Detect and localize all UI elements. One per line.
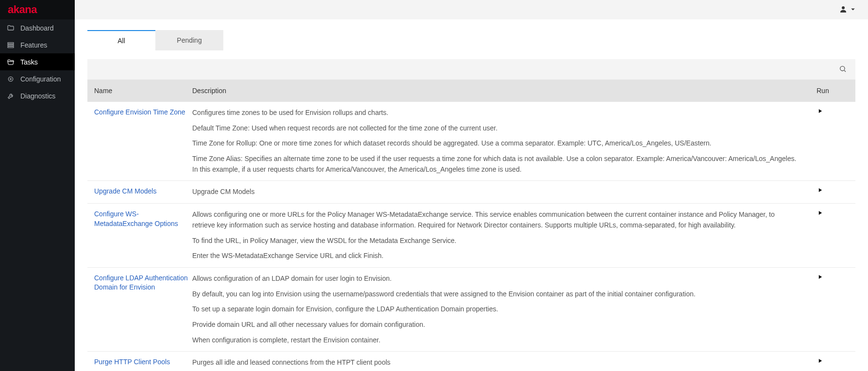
- table-row: Purge HTTP Client PoolsPurges all idle a…: [87, 352, 855, 371]
- task-link[interactable]: Configure LDAP Authentication Domain for…: [94, 274, 188, 291]
- sidebar: akana Dashboard Features Tasks Configura: [0, 0, 75, 371]
- svg-rect-1: [8, 44, 14, 46]
- task-link[interactable]: Configure WS-MetadataExchange Options: [94, 210, 178, 227]
- search-icon[interactable]: [839, 65, 847, 74]
- tab-label: Pending: [177, 36, 201, 44]
- task-description-text: Time Zone Alias: Specifies an alternate …: [192, 154, 797, 175]
- task-description-text: By default, you can log into Envision us…: [192, 289, 797, 300]
- list-icon: [7, 41, 15, 49]
- task-description-cell: Purges all idle and leased connections f…: [192, 357, 817, 368]
- column-header-name: Name: [94, 87, 192, 95]
- task-description-text: Allows configuring one or more URLs for …: [192, 210, 797, 230]
- task-run-cell: [817, 187, 846, 197]
- task-description-text: Allows configuration of an LDAP domain f…: [192, 274, 797, 284]
- svg-point-5: [842, 6, 845, 9]
- play-icon: [817, 274, 823, 282]
- task-run-cell: [817, 210, 846, 261]
- task-description-cell: Allows configuration of an LDAP domain f…: [192, 274, 817, 345]
- chevron-down-icon: [849, 5, 857, 15]
- sidebar-item-diagnostics[interactable]: Diagnostics: [0, 87, 75, 104]
- play-icon: [817, 210, 823, 218]
- play-icon: [817, 187, 823, 195]
- task-description-cell: Configures time zones to be used for Env…: [192, 108, 817, 175]
- sidebar-item-label: Diagnostics: [20, 92, 55, 100]
- task-description-text: Provide domain URL and all other necessa…: [192, 320, 797, 330]
- task-link[interactable]: Purge HTTP Client Pools: [94, 358, 170, 366]
- task-description-text: Default Time Zone: Used when request rec…: [192, 123, 797, 134]
- task-run-cell: [817, 357, 846, 368]
- run-button[interactable]: [817, 108, 823, 116]
- column-header-description: Description: [192, 87, 817, 95]
- table-row: Configure Envision Time ZoneConfigures t…: [87, 102, 855, 181]
- table-row: Upgrade CM ModelsUpgrade CM Models: [87, 181, 855, 204]
- task-name-cell: Purge HTTP Client Pools: [94, 357, 192, 368]
- sidebar-item-tasks[interactable]: Tasks: [0, 53, 75, 70]
- play-icon: [817, 357, 823, 366]
- task-description-text: Purges all idle and leased connections f…: [192, 357, 797, 368]
- task-name-cell: Configure LDAP Authentication Domain for…: [94, 274, 192, 345]
- user-icon: [839, 5, 848, 15]
- table-row: Configure LDAP Authentication Domain for…: [87, 268, 855, 352]
- tabs: All Pending: [87, 30, 855, 50]
- task-description-text: Time Zone for Rollup: One or more time z…: [192, 138, 797, 149]
- sidebar-item-features[interactable]: Features: [0, 36, 75, 53]
- run-button[interactable]: [817, 357, 823, 366]
- task-description-text: Upgrade CM Models: [192, 187, 797, 197]
- table-header-row: Name Description Run: [87, 80, 855, 102]
- folder-icon: [7, 24, 15, 32]
- sidebar-item-configuration[interactable]: Configuration: [0, 70, 75, 87]
- content: All Pending Name Description Run Conf: [75, 19, 868, 371]
- task-description-cell: Allows configuring one or more URLs for …: [192, 210, 817, 261]
- logo: akana: [0, 0, 75, 19]
- gear-icon: [7, 75, 15, 83]
- svg-point-3: [8, 77, 13, 81]
- task-name-cell: Configure WS-MetadataExchange Options: [94, 210, 192, 261]
- column-header-run: Run: [817, 87, 846, 95]
- task-description-cell: Upgrade CM Models: [192, 187, 817, 197]
- run-button[interactable]: [817, 274, 823, 282]
- tasks-table: Name Description Run Configure Envision …: [87, 59, 855, 371]
- user-menu-button[interactable]: [839, 5, 857, 15]
- table-toolbar: [87, 59, 855, 80]
- svg-rect-0: [8, 42, 14, 44]
- svg-line-7: [844, 70, 846, 72]
- task-name-cell: Upgrade CM Models: [94, 187, 192, 197]
- run-button[interactable]: [817, 187, 823, 195]
- sidebar-item-label: Tasks: [20, 58, 38, 66]
- sidebar-item-label: Dashboard: [20, 24, 54, 32]
- task-description-text: Enter the WS-MetadataExchange Service UR…: [192, 251, 797, 261]
- tab-label: All: [117, 37, 125, 45]
- brand-text: akana: [8, 3, 37, 16]
- topbar: [75, 0, 868, 19]
- svg-point-6: [840, 66, 845, 70]
- play-icon: [817, 108, 823, 116]
- task-name-cell: Configure Envision Time Zone: [94, 108, 192, 175]
- tab-pending[interactable]: Pending: [155, 30, 223, 50]
- svg-rect-2: [8, 46, 14, 48]
- table-body[interactable]: Configure Envision Time ZoneConfigures t…: [87, 102, 855, 371]
- table-row: Configure WS-MetadataExchange OptionsAll…: [87, 204, 855, 268]
- run-button[interactable]: [817, 210, 823, 218]
- task-description-text: To find the URL, in Policy Manager, view…: [192, 236, 797, 246]
- task-description-text: Configures time zones to be used for Env…: [192, 108, 797, 118]
- task-link[interactable]: Configure Envision Time Zone: [94, 108, 185, 116]
- main-area: All Pending Name Description Run Conf: [75, 0, 868, 371]
- task-description-text: To set up a separate login domain for En…: [192, 304, 797, 315]
- folder-open-icon: [7, 58, 15, 66]
- tab-all[interactable]: All: [87, 30, 155, 50]
- svg-point-4: [10, 78, 12, 80]
- task-description-text: When configuration is complete, restart …: [192, 335, 797, 346]
- sidebar-item-label: Configuration: [20, 75, 61, 83]
- task-link[interactable]: Upgrade CM Models: [94, 187, 156, 195]
- task-run-cell: [817, 108, 846, 175]
- task-run-cell: [817, 274, 846, 345]
- wrench-icon: [7, 92, 15, 100]
- sidebar-item-dashboard[interactable]: Dashboard: [0, 19, 75, 36]
- sidebar-item-label: Features: [20, 41, 47, 49]
